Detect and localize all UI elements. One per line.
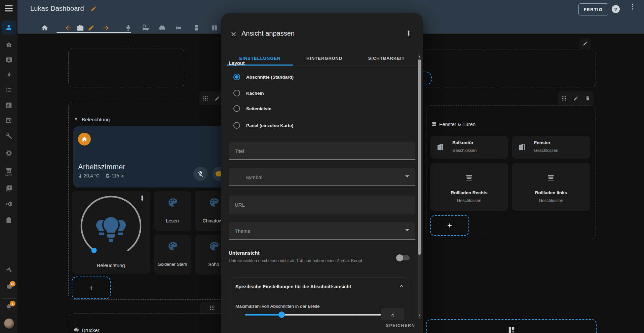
tab-divider — [221, 66, 423, 66]
edit-title-pencil-icon[interactable] — [89, 5, 98, 13]
light-card-beleuchtung[interactable]: ••• Beleuchtung — [72, 191, 150, 274]
sidebar-item-todo-clipboard-icon[interactable] — [5, 216, 12, 224]
hamburger-menu-icon[interactable] — [5, 5, 13, 11]
add-section-icon — [507, 326, 516, 333]
add-card-button-fenster[interactable]: + — [430, 215, 469, 236]
room-card-name: Arbeitszimmer — [78, 163, 125, 171]
entity-card-rollladen-rechts[interactable]: Rollladen Rechts Geschlossen — [430, 163, 508, 211]
entity-state: Geschlossen — [452, 148, 477, 153]
sidebar-item-history-chart-icon[interactable] — [5, 101, 12, 109]
help-icon[interactable]: ? — [612, 5, 620, 13]
move-tab-right-icon[interactable] — [102, 24, 110, 32]
notifications-badge: 1 — [10, 301, 15, 306]
move-tab-left-icon[interactable] — [64, 24, 73, 32]
radio-label-panel[interactable]: Panel (einzelne Karte) — [246, 123, 293, 128]
scene-card-goldener-stern[interactable]: Goldener Stern — [154, 235, 191, 275]
entity-name: Fenster — [534, 140, 551, 145]
create-section-button[interactable] — [426, 319, 597, 333]
drag-handle-icon[interactable] — [562, 96, 566, 101]
sidebar-item-hacs-store-icon[interactable] — [5, 167, 12, 174]
palette-icon — [208, 240, 220, 252]
tab-toilet-icon[interactable] — [124, 24, 133, 32]
palette-icon — [167, 197, 178, 208]
lightbulb-off-button[interactable] — [193, 167, 207, 181]
drag-handle-icon[interactable] — [203, 96, 208, 101]
radio-abschnitte[interactable] — [233, 74, 240, 80]
max-sections-slider[interactable] — [245, 314, 381, 316]
close-icon[interactable] — [229, 30, 238, 38]
unteransicht-description: Unteransichten erscheinen nicht als Tab … — [229, 258, 363, 263]
sidebar-item-energy-bolt-icon[interactable] — [5, 71, 12, 79]
radio-label-kacheln[interactable]: Kacheln — [246, 91, 264, 96]
sidebar-item-wrench-icon[interactable] — [5, 132, 12, 139]
scroll-down-icon[interactable]: ▼ — [418, 314, 421, 317]
sidebar-item-media-icon[interactable] — [5, 184, 12, 192]
edit-section-pencil-icon[interactable] — [573, 96, 578, 101]
add-card-button-beleuchtung[interactable]: + — [72, 277, 111, 299]
radio-label-seitenleiste[interactable]: Seitenleiste — [246, 106, 271, 111]
entity-state: Geschlossen — [512, 198, 590, 203]
scene-card-lesen[interactable]: Lesen — [154, 191, 191, 231]
dialog-menu-kebab-icon[interactable]: ••• — [406, 31, 411, 36]
sidebar-item-person-icon[interactable] — [5, 24, 12, 31]
tab-briefcase-icon[interactable] — [76, 24, 85, 32]
sidebar-hacs-label: HACS — [3, 174, 14, 176]
tab-sichtbarkeit[interactable]: SICHTBARKEIT — [356, 50, 417, 66]
ceiling-light-icon — [73, 116, 79, 122]
tab-home-icon[interactable] — [40, 24, 49, 32]
light-card-name: Beleuchtung — [72, 262, 150, 268]
slider-thumb[interactable] — [278, 311, 285, 318]
symbol-select[interactable]: Symbol — [229, 168, 415, 186]
sidebar-item-vscode-icon[interactable] — [5, 200, 12, 208]
sidebar-item-logbook-list-icon[interactable] — [5, 86, 12, 94]
unteransicht-toggle[interactable] — [397, 255, 410, 260]
entity-card-balkontuer[interactable]: Balkontür Geschlossen — [430, 136, 508, 159]
entity-name: Rollladen Rechts — [430, 190, 508, 195]
tab-hintergrund[interactable]: HINTERGRUND — [293, 50, 356, 66]
speichern-button[interactable]: SPEICHERN — [386, 323, 415, 328]
entity-state: Geschlossen — [534, 148, 558, 153]
entity-card-fenster[interactable]: Fenster Geschlossen — [512, 136, 590, 159]
fertig-done-button[interactable]: FERTIG — [578, 3, 608, 15]
edit-section-pencil-icon[interactable] — [583, 41, 588, 46]
sidebar-item-person-chat-icon[interactable] — [5, 56, 12, 64]
theme-select[interactable]: Theme — [229, 222, 415, 240]
sidebar-item-atom-icon[interactable] — [5, 149, 12, 157]
edit-section-pencil-icon[interactable] — [215, 96, 220, 101]
header-menu-kebab-icon[interactable]: ⋮ — [630, 6, 635, 8]
radio-kacheln[interactable] — [233, 90, 240, 96]
tab-bathtub-icon[interactable] — [141, 24, 150, 32]
sidebar-item-home-icon[interactable] — [5, 41, 12, 48]
toggle-knob — [396, 254, 403, 261]
room-card-arbeitszimmer[interactable]: Arbeitszimmer 20,4 °C 115 lx — [73, 126, 235, 188]
user-avatar[interactable] — [4, 319, 14, 329]
section-title-beleuchtung: Beleuchtung — [82, 117, 110, 122]
tab-sofa-icon[interactable] — [158, 24, 166, 32]
sidebar-item-calendar-icon[interactable] — [5, 117, 12, 124]
delete-section-trash-icon[interactable] — [585, 96, 590, 101]
drag-handle-icon[interactable] — [210, 305, 215, 310]
sidebar-item-devtools-hammer-icon[interactable] — [5, 266, 12, 274]
entity-card-rollladen-links[interactable]: Rollladen links Geschlossen — [512, 163, 590, 211]
max-sections-label: Maximalzahl von Abschnitten in der Breit… — [235, 304, 320, 309]
room-house-icon[interactable] — [78, 133, 91, 145]
dialog-title: Ansicht anpassen — [241, 30, 295, 37]
printer-icon — [73, 327, 79, 333]
scroll-up-icon[interactable]: ▲ — [418, 55, 421, 58]
chevron-up-icon[interactable] — [398, 283, 405, 290]
dialog-scrollbar-thumb[interactable] — [418, 59, 421, 255]
tab-wardrobe-icon[interactable] — [210, 24, 219, 32]
edit-tab-pencil-icon[interactable] — [87, 24, 96, 32]
radio-seitenleiste[interactable] — [233, 105, 240, 112]
scene-name: Goldener Stern — [154, 262, 191, 267]
radio-label-abschnitte[interactable]: Abschnitte (Standard) — [246, 75, 294, 80]
url-input[interactable]: URL — [229, 196, 415, 213]
sidebar-divider — [2, 298, 15, 299]
room-temperature: 20,4 °C — [84, 173, 100, 178]
tab-bed-icon[interactable] — [174, 24, 183, 32]
dashboard-title: Lukas Dashboard — [30, 5, 84, 12]
titel-input[interactable]: Titel — [229, 142, 415, 160]
tab-fridge-icon[interactable] — [192, 24, 201, 32]
thermometer-icon — [77, 173, 83, 179]
radio-panel[interactable] — [233, 122, 240, 129]
